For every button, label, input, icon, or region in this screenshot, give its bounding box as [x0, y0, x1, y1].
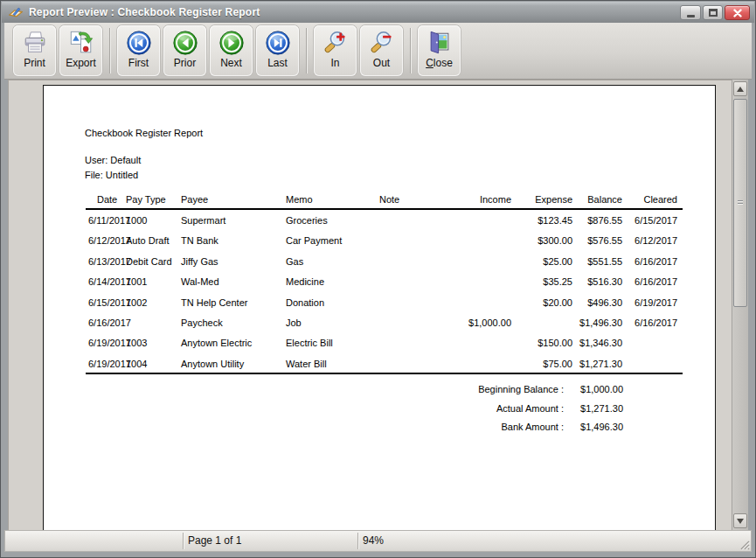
- print-button-label: Print: [24, 57, 45, 69]
- cell-date: 6/15/2017: [88, 297, 131, 309]
- first-page-button[interactable]: First: [117, 25, 160, 76]
- last-page-button-label: Last: [267, 57, 288, 69]
- table-header-divider: [86, 208, 683, 210]
- cell-payee: Anytown Utility: [181, 359, 244, 370]
- vertical-scrollbar[interactable]: [732, 80, 748, 530]
- maximize-icon: [709, 9, 718, 17]
- cell-expense: $123.45: [538, 215, 572, 227]
- maximize-button[interactable]: [703, 5, 723, 20]
- table-header-row: Date Pay Type Payee Memo Note Income Exp…: [44, 194, 715, 206]
- cell-memo: Electric Bill: [286, 338, 333, 349]
- column-header-date: Date: [97, 194, 117, 206]
- column-header-balance: Balance: [587, 194, 622, 206]
- cell-memo: Car Payment: [286, 235, 342, 247]
- minimize-button[interactable]: [680, 5, 701, 20]
- summary-row: Bank Amount : $1,496.30: [44, 422, 715, 441]
- export-icon: [68, 28, 94, 57]
- summary-value: $1,271.30: [580, 403, 623, 414]
- printer-icon: [22, 28, 48, 57]
- cell-payee: Supermart: [181, 215, 225, 227]
- zoom-out-button-label: Out: [373, 57, 390, 69]
- cell-payee: TN Bank: [181, 235, 218, 247]
- toolbar-separator: [306, 28, 307, 73]
- toolbar-separator: [109, 28, 110, 73]
- zoom-in-icon: [323, 28, 349, 57]
- cell-payee: Wal-Med: [181, 276, 219, 288]
- cell-balance: $876.55: [587, 215, 622, 227]
- print-button[interactable]: Print: [13, 25, 56, 76]
- column-header-payee: Payee: [181, 194, 208, 206]
- close-button-label: Close: [426, 57, 453, 69]
- column-header-note: Note: [379, 194, 399, 206]
- toolbar-separator: [410, 28, 411, 73]
- next-page-button-label: Next: [220, 57, 242, 69]
- thumb-grip: [738, 200, 743, 201]
- summary-label: Actual Amount :: [496, 403, 564, 414]
- column-header-memo: Memo: [286, 194, 313, 206]
- table-row: 6/15/2017 1002 TN Help Center Donation $…: [44, 297, 715, 317]
- up-arrow-icon: [737, 87, 744, 92]
- cell-pay-type: Debit Card: [126, 256, 172, 268]
- summary-row: Beginning Balance : $1,000.00: [44, 384, 715, 403]
- close-window-button[interactable]: [725, 5, 750, 20]
- cell-cleared: 6/12/2017: [635, 235, 677, 247]
- register-rows: 6/11/2017 1000 Supermart Groceries $123.…: [44, 215, 715, 379]
- cell-balance: $1,271.30: [579, 359, 622, 370]
- cell-date: 6/19/2017: [88, 359, 131, 370]
- report-file-line: File: Untitled: [85, 170, 138, 180]
- report-preview-window: Report Preview : Checkbook Register Repo…: [0, 0, 756, 558]
- zoom-in-button[interactable]: In: [314, 25, 357, 76]
- cell-pay-type: Auto Draft: [126, 235, 170, 247]
- cell-cleared: 6/15/2017: [635, 215, 677, 227]
- summary-section: Beginning Balance : $1,000.00 Actual Amo…: [44, 384, 715, 441]
- scroll-down-button[interactable]: [733, 513, 747, 528]
- cell-memo: Gas: [286, 256, 303, 268]
- scrollbar-thumb[interactable]: [733, 99, 747, 307]
- zoom-level-indicator: 94%: [363, 531, 384, 551]
- cell-expense: $300.00: [538, 235, 572, 247]
- table-row: 6/14/2017 1001 Wal-Med Medicine $35.25 $…: [44, 276, 715, 296]
- summary-label: Bank Amount :: [501, 422, 564, 432]
- zoom-out-button[interactable]: Out: [360, 25, 403, 76]
- cell-date: 6/16/2017: [88, 317, 131, 329]
- last-page-icon: [265, 28, 291, 57]
- cell-memo: Groceries: [286, 215, 328, 227]
- cell-balance: $516.30: [587, 276, 622, 288]
- title-bar[interactable]: Report Preview : Checkbook Register Repo…: [2, 2, 754, 23]
- cell-cleared: 6/16/2017: [635, 256, 677, 268]
- summary-value: $1,000.00: [580, 384, 623, 394]
- first-page-icon: [126, 28, 152, 57]
- cell-memo: Water Bill: [286, 359, 327, 370]
- column-header-income: Income: [480, 194, 511, 206]
- resize-grip[interactable]: [738, 538, 750, 550]
- cell-income: $1,000.00: [468, 317, 511, 329]
- cell-payee: Anytown Electric: [181, 338, 252, 349]
- summary-row: Actual Amount : $1,271.30: [44, 403, 715, 422]
- cell-balance: $1,346.30: [579, 338, 622, 349]
- close-icon: [733, 9, 742, 17]
- cell-pay-type: 1001: [126, 276, 147, 288]
- table-row: 6/19/2017 1004 Anytown Utility Water Bil…: [44, 359, 715, 379]
- next-page-button[interactable]: Next: [210, 25, 253, 76]
- zoom-out-icon: [369, 28, 395, 57]
- cell-date: 6/12/2017: [88, 235, 131, 247]
- scroll-up-button[interactable]: [733, 81, 747, 96]
- minimize-icon: [687, 15, 695, 17]
- cell-payee: Jiffy Gas: [181, 256, 218, 268]
- next-page-icon: [218, 28, 245, 57]
- last-page-button[interactable]: Last: [256, 25, 299, 76]
- column-header-cleared: Cleared: [643, 194, 677, 206]
- prior-page-button[interactable]: Prior: [163, 25, 206, 76]
- preview-area: Checkbook Register Report User: Default …: [8, 80, 748, 530]
- close-button[interactable]: Close: [418, 25, 461, 76]
- cell-date: 6/11/2017: [88, 215, 130, 227]
- report-page: Checkbook Register Report User: Default …: [43, 85, 716, 530]
- table-row: 6/19/2017 1003 Anytown Electric Electric…: [44, 338, 715, 358]
- statusbar-separator: [183, 533, 184, 549]
- table-row: 6/12/2017 Auto Draft TN Bank Car Payment…: [44, 235, 715, 255]
- window-title: Report Preview : Checkbook Register Repo…: [29, 6, 260, 18]
- cell-balance: $496.30: [587, 297, 622, 309]
- column-header-pay-type: Pay Type: [126, 194, 166, 206]
- export-button-label: Export: [66, 57, 96, 69]
- export-button[interactable]: Export: [59, 25, 102, 76]
